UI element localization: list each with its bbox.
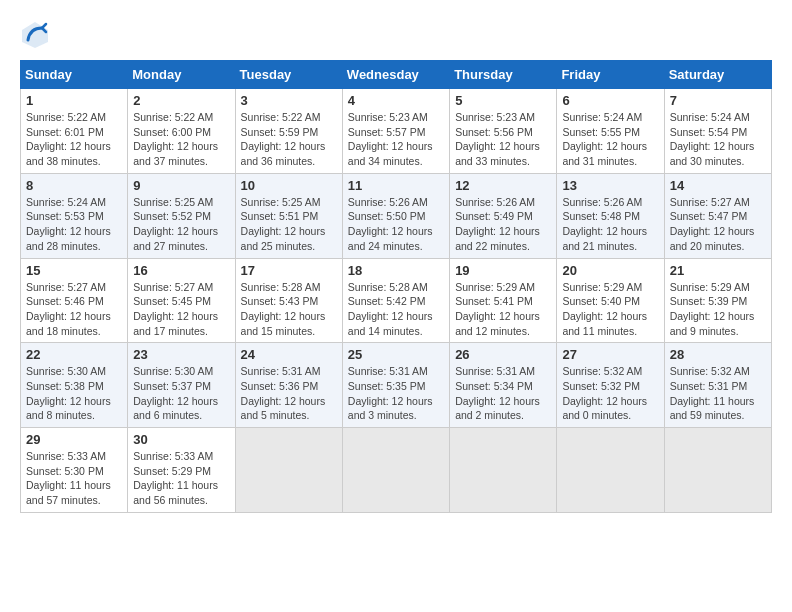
calendar-cell: 16Sunrise: 5:27 AMSunset: 5:45 PMDayligh… — [128, 258, 235, 343]
calendar-cell: 19Sunrise: 5:29 AMSunset: 5:41 PMDayligh… — [450, 258, 557, 343]
calendar-cell: 21Sunrise: 5:29 AMSunset: 5:39 PMDayligh… — [664, 258, 771, 343]
calendar-cell: 3Sunrise: 5:22 AMSunset: 5:59 PMDaylight… — [235, 89, 342, 174]
calendar-table: SundayMondayTuesdayWednesdayThursdayFrid… — [20, 60, 772, 513]
calendar-cell: 27Sunrise: 5:32 AMSunset: 5:32 PMDayligh… — [557, 343, 664, 428]
day-number: 26 — [455, 347, 551, 362]
day-info: Sunrise: 5:26 AMSunset: 5:50 PMDaylight:… — [348, 195, 444, 254]
calendar-cell: 28Sunrise: 5:32 AMSunset: 5:31 PMDayligh… — [664, 343, 771, 428]
day-info: Sunrise: 5:31 AMSunset: 5:34 PMDaylight:… — [455, 364, 551, 423]
day-info: Sunrise: 5:22 AMSunset: 5:59 PMDaylight:… — [241, 110, 337, 169]
day-number: 22 — [26, 347, 122, 362]
day-info: Sunrise: 5:29 AMSunset: 5:40 PMDaylight:… — [562, 280, 658, 339]
day-info: Sunrise: 5:24 AMSunset: 5:54 PMDaylight:… — [670, 110, 766, 169]
weekday-header-thursday: Thursday — [450, 61, 557, 89]
calendar-cell: 4Sunrise: 5:23 AMSunset: 5:57 PMDaylight… — [342, 89, 449, 174]
calendar-cell: 18Sunrise: 5:28 AMSunset: 5:42 PMDayligh… — [342, 258, 449, 343]
calendar-cell: 20Sunrise: 5:29 AMSunset: 5:40 PMDayligh… — [557, 258, 664, 343]
calendar-body: 1Sunrise: 5:22 AMSunset: 6:01 PMDaylight… — [21, 89, 772, 513]
calendar-cell: 15Sunrise: 5:27 AMSunset: 5:46 PMDayligh… — [21, 258, 128, 343]
calendar-cell: 26Sunrise: 5:31 AMSunset: 5:34 PMDayligh… — [450, 343, 557, 428]
calendar-cell: 11Sunrise: 5:26 AMSunset: 5:50 PMDayligh… — [342, 173, 449, 258]
weekday-header-sunday: Sunday — [21, 61, 128, 89]
calendar-cell — [342, 428, 449, 513]
calendar-cell: 17Sunrise: 5:28 AMSunset: 5:43 PMDayligh… — [235, 258, 342, 343]
day-number: 12 — [455, 178, 551, 193]
calendar-week-2: 8Sunrise: 5:24 AMSunset: 5:53 PMDaylight… — [21, 173, 772, 258]
calendar-header: SundayMondayTuesdayWednesdayThursdayFrid… — [21, 61, 772, 89]
calendar-cell: 23Sunrise: 5:30 AMSunset: 5:37 PMDayligh… — [128, 343, 235, 428]
day-number: 5 — [455, 93, 551, 108]
calendar-cell: 1Sunrise: 5:22 AMSunset: 6:01 PMDaylight… — [21, 89, 128, 174]
day-number: 10 — [241, 178, 337, 193]
day-number: 14 — [670, 178, 766, 193]
calendar-cell: 12Sunrise: 5:26 AMSunset: 5:49 PMDayligh… — [450, 173, 557, 258]
calendar-week-4: 22Sunrise: 5:30 AMSunset: 5:38 PMDayligh… — [21, 343, 772, 428]
day-info: Sunrise: 5:26 AMSunset: 5:48 PMDaylight:… — [562, 195, 658, 254]
day-number: 19 — [455, 263, 551, 278]
day-info: Sunrise: 5:24 AMSunset: 5:55 PMDaylight:… — [562, 110, 658, 169]
weekday-header-friday: Friday — [557, 61, 664, 89]
weekday-header-tuesday: Tuesday — [235, 61, 342, 89]
weekday-header-saturday: Saturday — [664, 61, 771, 89]
calendar-cell — [557, 428, 664, 513]
day-info: Sunrise: 5:27 AMSunset: 5:47 PMDaylight:… — [670, 195, 766, 254]
logo-icon — [20, 20, 50, 50]
day-info: Sunrise: 5:29 AMSunset: 5:39 PMDaylight:… — [670, 280, 766, 339]
calendar-cell: 30Sunrise: 5:33 AMSunset: 5:29 PMDayligh… — [128, 428, 235, 513]
day-info: Sunrise: 5:27 AMSunset: 5:46 PMDaylight:… — [26, 280, 122, 339]
calendar-week-1: 1Sunrise: 5:22 AMSunset: 6:01 PMDaylight… — [21, 89, 772, 174]
day-info: Sunrise: 5:30 AMSunset: 5:37 PMDaylight:… — [133, 364, 229, 423]
calendar-cell: 7Sunrise: 5:24 AMSunset: 5:54 PMDaylight… — [664, 89, 771, 174]
calendar-cell: 8Sunrise: 5:24 AMSunset: 5:53 PMDaylight… — [21, 173, 128, 258]
calendar-cell: 2Sunrise: 5:22 AMSunset: 6:00 PMDaylight… — [128, 89, 235, 174]
day-number: 29 — [26, 432, 122, 447]
day-number: 4 — [348, 93, 444, 108]
day-number: 25 — [348, 347, 444, 362]
day-number: 23 — [133, 347, 229, 362]
day-number: 8 — [26, 178, 122, 193]
day-info: Sunrise: 5:31 AMSunset: 5:35 PMDaylight:… — [348, 364, 444, 423]
day-number: 11 — [348, 178, 444, 193]
day-number: 21 — [670, 263, 766, 278]
day-number: 17 — [241, 263, 337, 278]
calendar-cell: 9Sunrise: 5:25 AMSunset: 5:52 PMDaylight… — [128, 173, 235, 258]
day-number: 18 — [348, 263, 444, 278]
calendar-cell: 10Sunrise: 5:25 AMSunset: 5:51 PMDayligh… — [235, 173, 342, 258]
day-number: 24 — [241, 347, 337, 362]
calendar-cell: 25Sunrise: 5:31 AMSunset: 5:35 PMDayligh… — [342, 343, 449, 428]
day-number: 16 — [133, 263, 229, 278]
calendar-cell: 14Sunrise: 5:27 AMSunset: 5:47 PMDayligh… — [664, 173, 771, 258]
day-info: Sunrise: 5:28 AMSunset: 5:43 PMDaylight:… — [241, 280, 337, 339]
calendar-cell: 13Sunrise: 5:26 AMSunset: 5:48 PMDayligh… — [557, 173, 664, 258]
calendar-cell: 29Sunrise: 5:33 AMSunset: 5:30 PMDayligh… — [21, 428, 128, 513]
day-info: Sunrise: 5:22 AMSunset: 6:01 PMDaylight:… — [26, 110, 122, 169]
day-info: Sunrise: 5:25 AMSunset: 5:51 PMDaylight:… — [241, 195, 337, 254]
day-info: Sunrise: 5:32 AMSunset: 5:32 PMDaylight:… — [562, 364, 658, 423]
day-info: Sunrise: 5:32 AMSunset: 5:31 PMDaylight:… — [670, 364, 766, 423]
day-number: 13 — [562, 178, 658, 193]
day-info: Sunrise: 5:26 AMSunset: 5:49 PMDaylight:… — [455, 195, 551, 254]
day-info: Sunrise: 5:33 AMSunset: 5:30 PMDaylight:… — [26, 449, 122, 508]
day-number: 27 — [562, 347, 658, 362]
day-info: Sunrise: 5:30 AMSunset: 5:38 PMDaylight:… — [26, 364, 122, 423]
day-info: Sunrise: 5:22 AMSunset: 6:00 PMDaylight:… — [133, 110, 229, 169]
calendar-week-3: 15Sunrise: 5:27 AMSunset: 5:46 PMDayligh… — [21, 258, 772, 343]
day-number: 9 — [133, 178, 229, 193]
calendar-week-5: 29Sunrise: 5:33 AMSunset: 5:30 PMDayligh… — [21, 428, 772, 513]
day-info: Sunrise: 5:29 AMSunset: 5:41 PMDaylight:… — [455, 280, 551, 339]
weekday-header-row: SundayMondayTuesdayWednesdayThursdayFrid… — [21, 61, 772, 89]
day-info: Sunrise: 5:23 AMSunset: 5:57 PMDaylight:… — [348, 110, 444, 169]
calendar-cell — [235, 428, 342, 513]
day-number: 30 — [133, 432, 229, 447]
day-info: Sunrise: 5:24 AMSunset: 5:53 PMDaylight:… — [26, 195, 122, 254]
day-info: Sunrise: 5:33 AMSunset: 5:29 PMDaylight:… — [133, 449, 229, 508]
day-number: 15 — [26, 263, 122, 278]
calendar-cell: 5Sunrise: 5:23 AMSunset: 5:56 PMDaylight… — [450, 89, 557, 174]
logo — [20, 20, 56, 50]
day-info: Sunrise: 5:25 AMSunset: 5:52 PMDaylight:… — [133, 195, 229, 254]
day-info: Sunrise: 5:27 AMSunset: 5:45 PMDaylight:… — [133, 280, 229, 339]
day-number: 1 — [26, 93, 122, 108]
day-info: Sunrise: 5:28 AMSunset: 5:42 PMDaylight:… — [348, 280, 444, 339]
calendar-cell — [450, 428, 557, 513]
day-number: 7 — [670, 93, 766, 108]
